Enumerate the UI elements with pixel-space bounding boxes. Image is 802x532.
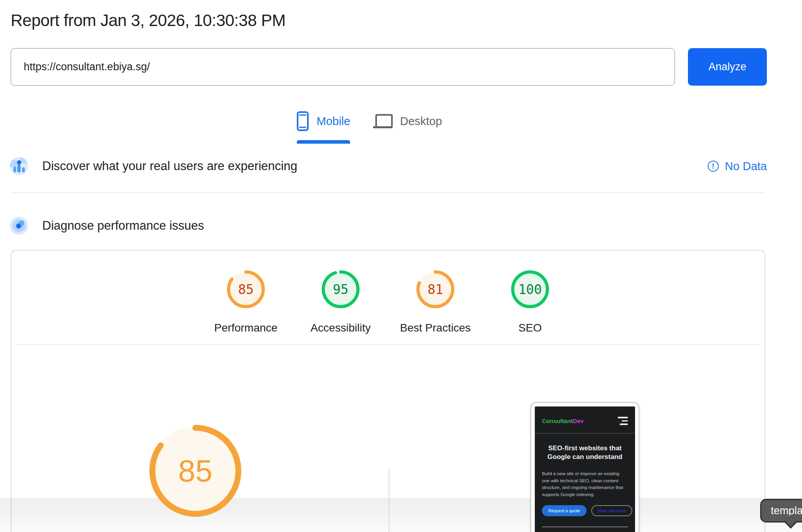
lab-data-title: Diagnose performance issues bbox=[42, 219, 204, 233]
preview-cta-row: Request a quote View services bbox=[542, 505, 635, 516]
preview-logo-primary: Consultant bbox=[542, 418, 573, 424]
score-label: Accessibility bbox=[311, 322, 371, 334]
score-gauge-seo: 100 bbox=[511, 270, 549, 308]
score-value: 85 bbox=[227, 270, 265, 308]
device-tabs: Mobile Desktop bbox=[297, 111, 442, 140]
vertical-divider bbox=[389, 469, 390, 532]
score-accessibility[interactable]: 95 Accessibility bbox=[293, 270, 388, 334]
tooltip-bubble: templa bbox=[760, 499, 802, 523]
preview-primary-cta: Request a quote bbox=[542, 505, 587, 516]
score-seo[interactable]: 100 SEO bbox=[483, 270, 577, 334]
score-best-practices[interactable]: 81 Best Practices bbox=[388, 270, 483, 334]
score-gauge-best-practices: 81 bbox=[416, 270, 454, 308]
alert-circle-icon: ! bbox=[708, 161, 719, 172]
score-value: 95 bbox=[322, 270, 360, 308]
score-value: 81 bbox=[416, 270, 454, 308]
preview-heading: SEO-first websites that Google can under… bbox=[542, 444, 628, 462]
score-label: Performance bbox=[214, 322, 277, 334]
tab-desktop-label: Desktop bbox=[400, 115, 442, 128]
report-card: 85 Performance 95 Accessibility bbox=[11, 250, 765, 532]
score-performance[interactable]: 85 Performance bbox=[199, 270, 293, 334]
section-divider bbox=[11, 192, 766, 193]
pagespeed-report-page: Report from Jan 3, 2026, 10:30:38 PM Ana… bbox=[0, 0, 802, 532]
tab-mobile-label: Mobile bbox=[317, 115, 350, 128]
field-data-title: Discover what your real users are experi… bbox=[42, 159, 297, 173]
preview-secondary-cta: View services bbox=[591, 505, 632, 516]
desktop-laptop-icon bbox=[373, 113, 392, 129]
diagnose-compass-icon bbox=[10, 217, 28, 235]
performance-main-gauge: 85 bbox=[146, 422, 244, 520]
score-value: 100 bbox=[511, 270, 549, 308]
real-users-chart-icon bbox=[10, 157, 28, 175]
tooltip-text: templa bbox=[771, 505, 802, 517]
preview-divider bbox=[542, 526, 628, 527]
mobile-phone-icon bbox=[297, 111, 309, 131]
preview-header: ConsultantDev bbox=[535, 406, 635, 434]
no-data-label: No Data bbox=[725, 160, 767, 173]
tab-desktop[interactable]: Desktop bbox=[373, 111, 442, 140]
page-title: Report from Jan 3, 2026, 10:30:38 PM bbox=[11, 11, 285, 30]
site-screenshot: ConsultantDev SEO-first websites that Go… bbox=[535, 406, 635, 532]
preview-description: Build a new site or improve an existing … bbox=[542, 470, 627, 498]
score-gauge-accessibility: 95 bbox=[322, 270, 360, 308]
performance-main-score: 85 bbox=[146, 422, 244, 520]
lab-data-section-header: Diagnose performance issues bbox=[10, 217, 767, 235]
score-label: Best Practices bbox=[400, 322, 471, 334]
hamburger-menu-icon bbox=[618, 417, 628, 425]
analyze-button[interactable]: Analyze bbox=[688, 48, 767, 86]
site-screenshot-preview: ConsultantDev SEO-first websites that Go… bbox=[530, 402, 639, 532]
score-label: SEO bbox=[518, 322, 542, 334]
score-gauge-performance: 85 bbox=[227, 270, 265, 308]
category-scores-row: 85 Performance 95 Accessibility bbox=[11, 270, 765, 334]
no-data-status[interactable]: ! No Data bbox=[708, 160, 767, 173]
preview-logo: ConsultantDev bbox=[542, 418, 584, 424]
url-input[interactable] bbox=[11, 48, 675, 86]
card-divider bbox=[17, 344, 759, 345]
preview-logo-accent: Dev bbox=[573, 418, 584, 424]
field-data-section-header: Discover what your real users are experi… bbox=[10, 157, 767, 175]
tab-mobile[interactable]: Mobile bbox=[297, 111, 350, 140]
